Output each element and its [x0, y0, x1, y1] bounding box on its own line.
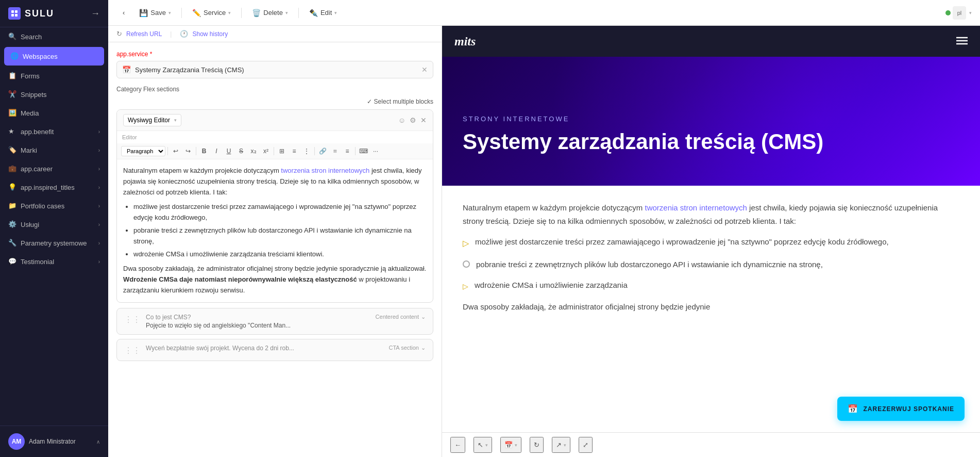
content-list: możliwe jest dostarczenie treści przez z… — [123, 202, 427, 259]
paragraph-format-select[interactable]: Paragraph — [121, 146, 165, 156]
sidebar-item-app-career[interactable]: 💼 app.career › — [0, 159, 108, 178]
topbar: ‹ 💾 Save ▾ ✏️ Service ▾ 🗑️ Delete ▾ ✒️ E… — [108, 0, 980, 26]
sidebar-item-portfolio-cases[interactable]: 📁 Portfolio cases › — [0, 197, 108, 215]
app-service-field-label: app.service * — [116, 51, 433, 58]
link-button[interactable]: 🔗 — [317, 145, 328, 157]
anchor-button[interactable]: ⌗ — [329, 145, 341, 157]
chevron-right-icon: › — [98, 203, 100, 209]
content-bold-text: Wdrożenie CMSa daje natomiast nieporówny… — [123, 275, 357, 283]
content-link[interactable]: tworzenia stron internetowych — [281, 167, 369, 174]
strikethrough-button[interactable]: S — [235, 145, 247, 157]
chevron-up-icon: ∧ — [96, 439, 100, 445]
required-marker: * — [150, 51, 153, 58]
parametry-icon: 🔧 — [8, 239, 16, 247]
preview-content-link[interactable]: tworzenia stron internetowych — [645, 203, 747, 212]
back-button[interactable]: ‹ — [116, 6, 131, 20]
list-button[interactable]: ≡ — [289, 145, 300, 157]
block-title: Co to jest CMS? — [146, 314, 370, 321]
hamburger-menu-icon[interactable] — [956, 36, 968, 47]
delete-button[interactable]: 🗑️ Delete ▾ — [246, 6, 294, 20]
sidebar-item-label: Testimonial — [21, 258, 98, 266]
uslugi-icon: ⚙️ — [8, 220, 16, 228]
field-clear-icon[interactable]: ✕ — [421, 66, 428, 74]
bold-button[interactable]: B — [198, 145, 210, 157]
code-button[interactable]: ⌨ — [358, 145, 369, 157]
calendar-dropdown-arrow: ▾ — [515, 443, 517, 448]
sidebar-item-uslugi[interactable]: ⚙️ Usługi › — [0, 215, 108, 234]
show-history-link[interactable]: Show history — [192, 30, 228, 38]
wysiwyg-type-selector[interactable]: Wysiwyg Editor ▾ — [123, 114, 181, 126]
block-type: Centered content ⌄ — [376, 314, 426, 320]
preview-expand-button[interactable]: ⤢ — [579, 437, 593, 453]
block-header-icons: ☺ ⚙ ✕ — [398, 116, 427, 124]
back-icon: ‹ — [123, 9, 125, 17]
career-icon: 💼 — [8, 165, 16, 173]
edit-dropdown-arrow: ▾ — [334, 10, 337, 15]
drag-handle-icon[interactable]: ⋮⋮ — [124, 345, 141, 355]
editor-content-area[interactable]: Naturalnym etapem w każdym projekcie dot… — [117, 159, 433, 302]
more-button[interactable]: ··· — [370, 145, 381, 157]
content-paragraph-1: Naturalnym etapem w każdym projekcie dot… — [123, 166, 427, 198]
preview-calendar-button[interactable]: 📅 ▾ — [500, 437, 521, 453]
calendar-cta-icon: 📅 — [848, 404, 858, 414]
app-service-value: Systemy Zarządzania Treścią (CMS) — [135, 66, 417, 74]
service-label: Service — [204, 9, 226, 17]
underline-button[interactable]: U — [223, 145, 234, 157]
ordered-list-button[interactable]: ⋮ — [301, 145, 312, 157]
chevron-right-icon: › — [98, 129, 100, 135]
toolbar-divider — [167, 147, 168, 155]
italic-button[interactable]: I — [211, 145, 222, 157]
superscript-button[interactable]: x² — [260, 145, 272, 157]
preview-bottom-bar: ← ↖ ▾ 📅 ▾ ↻ ↗ ▾ ⤢ — [442, 432, 980, 457]
refresh-url-link[interactable]: Refresh URL — [126, 30, 162, 38]
sidebar-collapse-button[interactable]: → — [91, 8, 100, 19]
preview-cursor-button[interactable]: ↖ ▾ — [474, 437, 492, 453]
chevron-right-icon: › — [98, 240, 100, 246]
cta-button[interactable]: 📅 ZAREZERWUJ SPOTKANIE — [837, 397, 965, 421]
block-editor-header: Wysiwyg Editor ▾ ☺ ⚙ ✕ — [117, 110, 433, 131]
save-button[interactable]: 💾 Save ▾ — [133, 6, 177, 20]
settings-icon[interactable]: ⚙ — [410, 116, 416, 124]
preview-share-button[interactable]: ↗ ▾ — [552, 437, 570, 453]
preview-header: mits — [442, 26, 980, 57]
sidebar-item-marki[interactable]: 🏷️ Marki › — [0, 141, 108, 159]
align-button[interactable]: ≡ — [342, 145, 353, 157]
block-dropdown-icon[interactable]: ⌄ — [421, 345, 426, 351]
app-name: SULU — [25, 8, 54, 19]
preview-content: Naturalnym etapem w każdym projekcie dot… — [442, 186, 980, 337]
preview-back-button[interactable]: ← — [450, 437, 465, 453]
redo-button[interactable]: ↪ — [182, 145, 194, 157]
sidebar-item-parametry[interactable]: 🔧 Parametry systemowe › — [0, 234, 108, 252]
sidebar-item-media[interactable]: 🖼️ Media — [0, 104, 108, 122]
subscript-button[interactable]: x₂ — [248, 145, 259, 157]
edit-button[interactable]: ✒️ Edit ▾ — [303, 6, 343, 20]
select-multiple-button[interactable]: ✓ Select multiple blocks — [367, 98, 433, 105]
close-icon[interactable]: ✕ — [420, 116, 427, 124]
sidebar-item-app-benefit[interactable]: ★ app.benefit › — [0, 122, 108, 141]
marki-icon: 🏷️ — [8, 146, 16, 154]
emoji-icon[interactable]: ☺ — [398, 116, 405, 124]
preview-refresh-button[interactable]: ↻ — [530, 437, 544, 453]
circle-bullet-icon — [463, 260, 470, 268]
block-dropdown-icon[interactable]: ⌄ — [421, 314, 426, 320]
sidebar-item-app-inspired[interactable]: 💡 app.inspired_titles › — [0, 178, 108, 197]
table-button[interactable]: ⊞ — [276, 145, 288, 157]
chevron-right-icon: › — [98, 259, 100, 265]
editor-panel: ↻ Refresh URL | 🕐 Show history app.servi… — [108, 26, 442, 457]
sidebar-item-forms[interactable]: 📋 Forms — [0, 67, 108, 85]
content-block-cta: ⋮⋮ Wyceń bezpłatnie swój projekt. Wycena… — [116, 339, 433, 361]
app-service-input[interactable]: 📅 Systemy Zarządzania Treścią (CMS) ✕ — [116, 61, 433, 78]
wysiwyg-block: Wysiwyg Editor ▾ ☺ ⚙ ✕ Editor Par — [116, 109, 433, 303]
sidebar-item-snippets[interactable]: ✂️ Snippets — [0, 85, 108, 104]
save-dropdown-arrow: ▾ — [168, 10, 171, 15]
editor-section-label: Editor — [117, 131, 433, 143]
sidebar-item-search[interactable]: 🔍 Search — [0, 27, 108, 46]
sidebar-item-testimonial[interactable]: 💬 Testimonial › — [0, 252, 108, 271]
sidebar-item-webspaces[interactable]: 🌐 Webspaces — [4, 47, 104, 66]
sidebar-item-label: Webspaces — [23, 53, 98, 60]
drag-handle-icon[interactable]: ⋮⋮ — [124, 314, 141, 324]
list-item-text: pobranie treści z zewnętrznych plików lu… — [476, 258, 823, 271]
service-button[interactable]: ✏️ Service ▾ — [186, 6, 237, 20]
undo-button[interactable]: ↩ — [170, 145, 181, 157]
chevron-right-icon: › — [98, 166, 100, 172]
